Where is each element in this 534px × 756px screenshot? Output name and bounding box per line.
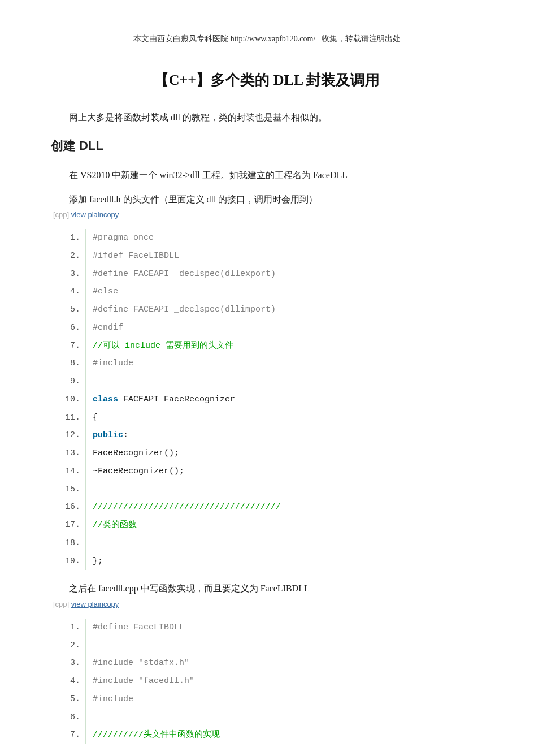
code-line: 19.}; xyxy=(85,552,483,571)
line-number: 5. xyxy=(60,693,80,706)
snippet-lang: [cpp] xyxy=(53,600,71,608)
code-line: 15. xyxy=(85,481,483,499)
header-watermark: 本文由西安白癜风专科医院 http://www.xapfb120.com/ 收集… xyxy=(51,34,483,44)
code-line: 3.#define FACEAPI _declspec(dllexport) xyxy=(85,265,483,283)
line-number: 13. xyxy=(60,447,80,460)
line-number: 10. xyxy=(60,394,80,406)
code-token: //可以 include 需要用到的头文件 xyxy=(93,341,233,351)
code-token: #pragma once xyxy=(93,233,154,243)
line-number: 4. xyxy=(60,675,80,688)
code-line: 7.//可以 include 需要用到的头文件 xyxy=(85,337,483,355)
line-number: 3. xyxy=(60,657,80,669)
line-number: 11. xyxy=(60,412,80,424)
code-block-header: 1.#pragma once2.#ifdef FaceLIBDLL3.#defi… xyxy=(85,229,483,570)
line-number: 5. xyxy=(60,304,80,316)
code-line: 7.//////////头文件中函数的实现 xyxy=(85,726,483,744)
code-token: class xyxy=(93,395,118,404)
code-token: public xyxy=(93,430,123,440)
code-token: //////////头文件中函数的实现 xyxy=(93,730,220,740)
code-token: #else xyxy=(93,287,118,296)
page-title: 【C++】多个类的 DLL 封装及调用 xyxy=(51,70,483,90)
code-line: 13. FaceRecognizer(); xyxy=(85,444,483,463)
line-number: 6. xyxy=(60,711,80,724)
code-token: #define FACEAPI _declspec(dllimport) xyxy=(93,305,276,314)
line-number: 1. xyxy=(60,621,80,634)
code-line: 3.#include "stdafx.h" xyxy=(85,654,483,672)
line-number: 18. xyxy=(60,537,80,550)
code-line: 6. xyxy=(85,709,483,727)
code-line: 4.#else xyxy=(85,283,483,301)
code-line: 12.public: xyxy=(85,426,483,444)
code-token: #include "facedll.h" xyxy=(93,676,194,686)
line-number: 2. xyxy=(60,250,80,262)
paragraph-add-header: 添加 facedll.h 的头文件（里面定义 dll 的接口，调用时会用到） xyxy=(51,191,483,208)
watermark-prefix: 本文由西安白癜风专科医院 xyxy=(133,34,228,43)
code-token: FACEAPI FaceRecognizer xyxy=(118,395,235,404)
code-token: #include xyxy=(93,694,133,704)
code-token: #include "stdafx.h" xyxy=(93,658,189,668)
code-token: FaceRecognizer(); xyxy=(93,448,179,458)
line-number: 8. xyxy=(60,357,80,370)
intro-paragraph: 网上大多是将函数封装成 dll 的教程，类的封装也是基本相似的。 xyxy=(51,109,483,126)
line-number: 14. xyxy=(60,465,80,478)
line-number: 4. xyxy=(60,286,80,298)
code-token: { xyxy=(93,413,98,422)
code-line: 9. xyxy=(85,373,483,391)
code-token: : xyxy=(123,430,128,440)
code-token: ///////////////////////////////////// xyxy=(93,502,281,512)
code-token: ~FaceRecognizer(); xyxy=(93,466,184,476)
code-token: #endif xyxy=(93,323,123,332)
line-number: 15. xyxy=(60,483,80,496)
code-token: //类的函数 xyxy=(93,520,137,530)
code-token: #define FaceLIBDLL xyxy=(93,623,184,632)
watermark-url: http://www.xapfb120.com/ xyxy=(231,34,316,43)
line-number: 12. xyxy=(60,429,80,442)
code-line: 1.#define FaceLIBDLL xyxy=(85,619,483,637)
copy-link[interactable]: copy xyxy=(103,210,119,219)
line-number: 1. xyxy=(60,232,80,244)
code-line: 11.{ xyxy=(85,409,483,427)
code-line: 1.#pragma once xyxy=(85,229,483,247)
line-number: 6. xyxy=(60,322,80,334)
code-token: #define FACEAPI _declspec(dllexport) xyxy=(93,269,276,279)
snippet-lang: [cpp] xyxy=(53,210,71,219)
paragraph-cpp-impl: 之后在 facedll.cpp 中写函数实现，而且要定义为 FaceLIBDLL xyxy=(51,580,483,597)
code-line: 6.#endif xyxy=(85,319,483,337)
line-number: 19. xyxy=(60,555,80,568)
line-number: 9. xyxy=(60,375,80,388)
line-number: 2. xyxy=(60,640,80,652)
code-line: 16.///////////////////////////////////// xyxy=(85,498,483,516)
code-line: 14. ~FaceRecognizer(); xyxy=(85,463,483,481)
code-line: 18. xyxy=(85,534,483,552)
document-page: 本文由西安白癜风专科医院 http://www.xapfb120.com/ 收集… xyxy=(0,0,534,756)
snippet-meta: [cpp] view plaincopy xyxy=(53,210,483,219)
code-line: 2.#ifdef FaceLIBDLL xyxy=(85,247,483,265)
code-line: 4.#include "facedll.h" xyxy=(85,672,483,690)
paragraph-vs: 在 VS2010 中新建一个 win32->dll 工程。如我建立的工程名为 F… xyxy=(51,167,483,184)
line-number: 3. xyxy=(60,268,80,280)
copy-link[interactable]: copy xyxy=(103,600,119,608)
code-line: 8.#include xyxy=(85,355,483,373)
view-plain-link[interactable]: view plain xyxy=(71,600,103,608)
line-number: 17. xyxy=(60,519,80,532)
code-line: 5.#define FACEAPI _declspec(dllimport) xyxy=(85,301,483,319)
line-number: 7. xyxy=(60,340,80,352)
section-heading: 创建 DLL xyxy=(51,137,483,154)
code-token: #ifdef FaceLIBDLL xyxy=(93,251,179,261)
code-token: }; xyxy=(93,556,103,566)
view-plain-link[interactable]: view plain xyxy=(71,210,103,219)
line-number: 16. xyxy=(60,501,80,513)
line-number: 7. xyxy=(60,729,80,741)
code-token: #include xyxy=(93,358,133,368)
code-line: 5.#include xyxy=(85,690,483,709)
snippet-meta: [cpp] view plaincopy xyxy=(53,600,483,608)
code-line: 2. xyxy=(85,637,483,655)
code-block-cpp: 1.#define FaceLIBDLL2. 3.#include "stdaf… xyxy=(85,619,483,744)
watermark-suffix: 收集，转载请注明出处 xyxy=(322,34,401,43)
code-line: 17.//类的函数 xyxy=(85,516,483,534)
code-line: 10.class FACEAPI FaceRecognizer xyxy=(85,391,483,409)
